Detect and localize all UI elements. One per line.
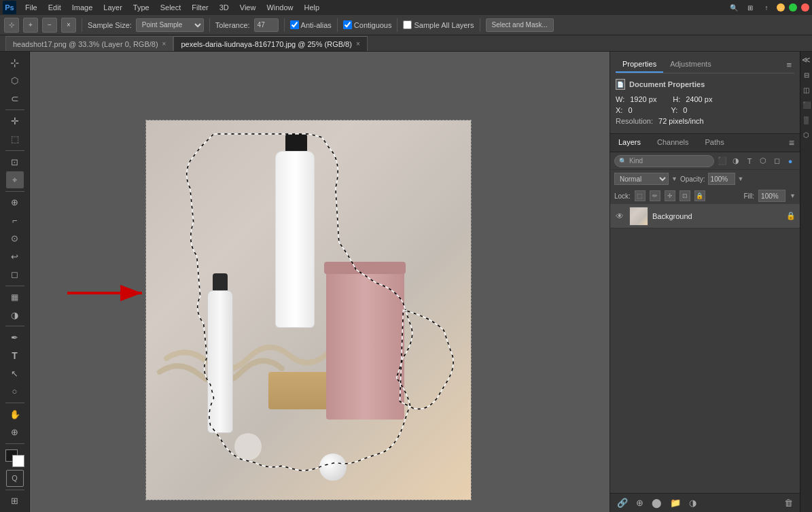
blend-mode-select[interactable]: Normal bbox=[614, 173, 669, 185]
path-select-btn[interactable]: ↖ bbox=[6, 365, 24, 381]
menu-view[interactable]: View bbox=[235, 2, 261, 13]
layers-tab-layers[interactable]: Layers bbox=[610, 134, 649, 152]
color-icon-btn[interactable]: ◫ bbox=[801, 84, 812, 95]
maximize-btn[interactable] bbox=[789, 3, 797, 12]
blend-mode-chevron[interactable]: ▼ bbox=[671, 175, 677, 182]
layer-visibility-icon[interactable]: 👁 bbox=[614, 211, 625, 222]
screen-mode-btn[interactable]: ⊞ bbox=[6, 492, 24, 509]
fill-chevron[interactable]: ▼ bbox=[790, 192, 796, 199]
filter-shape-btn[interactable]: ⬡ bbox=[758, 156, 769, 167]
wand-intersect-selection[interactable]: × bbox=[61, 18, 76, 33]
zoom-btn[interactable]: ⊕ bbox=[6, 424, 24, 440]
create-adjustment-btn[interactable]: ◑ bbox=[686, 496, 699, 509]
share-btn[interactable]: ↑ bbox=[760, 1, 773, 14]
menu-window[interactable]: Window bbox=[262, 2, 298, 13]
tab-properties[interactable]: Properties bbox=[616, 57, 663, 73]
opacity-chevron[interactable]: ▼ bbox=[738, 175, 744, 182]
fill-input[interactable] bbox=[758, 190, 785, 202]
wand-subtract-selection[interactable]: − bbox=[42, 18, 57, 33]
history-btn[interactable]: ↩ bbox=[6, 248, 24, 264]
close-tab-headshot[interactable]: × bbox=[162, 40, 166, 48]
menu-file[interactable]: File bbox=[20, 2, 42, 13]
menu-help[interactable]: Help bbox=[300, 2, 325, 13]
menu-3d[interactable]: 3D bbox=[215, 2, 234, 13]
tab-adjustments[interactable]: Adjustments bbox=[663, 57, 718, 73]
wand-new-selection[interactable]: ⊹ bbox=[4, 18, 19, 33]
close-btn[interactable] bbox=[801, 3, 809, 12]
menu-type[interactable]: Type bbox=[128, 2, 154, 13]
fill-label: Fill: bbox=[744, 192, 755, 200]
hand-btn[interactable]: ✋ bbox=[6, 406, 24, 422]
filter-adjustment-btn[interactable]: ◑ bbox=[730, 156, 741, 167]
anti-alias-label[interactable]: Anti-alias bbox=[290, 20, 332, 29]
pen-btn[interactable]: ✒ bbox=[6, 329, 24, 345]
tolerance-input[interactable] bbox=[254, 18, 279, 32]
y-value: 0 bbox=[683, 106, 687, 114]
canvas-area[interactable]: .marching-ants { fill: none; stroke: #ff… bbox=[30, 52, 610, 512]
heal-btn[interactable]: ⊕ bbox=[6, 194, 24, 211]
anti-alias-checkbox[interactable] bbox=[290, 20, 299, 29]
swatches-icon-btn[interactable]: ⬛ bbox=[801, 99, 812, 110]
add-layer-style-btn[interactable]: ⊕ bbox=[633, 496, 646, 509]
eraser-btn[interactable]: ◻ bbox=[6, 266, 24, 282]
artboard-btn[interactable]: ⬚ bbox=[6, 131, 24, 148]
quick-mask-btn[interactable]: Q bbox=[6, 470, 24, 487]
layer-background[interactable]: 👁 Background 🔒 bbox=[610, 204, 800, 228]
patterns-icon-btn[interactable]: ⬡ bbox=[801, 129, 812, 140]
menu-select[interactable]: Select bbox=[156, 2, 186, 13]
clone-btn[interactable]: ⊙ bbox=[6, 230, 24, 246]
menu-edit[interactable]: Edit bbox=[43, 2, 66, 13]
lasso-btn[interactable]: ⊂ bbox=[6, 90, 24, 107]
wand-add-selection[interactable]: + bbox=[23, 18, 38, 33]
filter-active-btn[interactable]: ● bbox=[785, 156, 796, 167]
select-mask-button[interactable]: Select and Mask... bbox=[486, 18, 554, 32]
layers-tab-paths[interactable]: Paths bbox=[697, 134, 732, 152]
sample-all-label[interactable]: Sample All Layers bbox=[403, 20, 474, 29]
color-swatch[interactable] bbox=[5, 449, 24, 467]
link-layers-btn[interactable]: 🔗 bbox=[614, 496, 631, 509]
type-btn[interactable]: T bbox=[6, 347, 24, 364]
crop-btn[interactable]: ⊡ bbox=[6, 154, 24, 170]
contiguous-label[interactable]: Contiguous bbox=[343, 20, 392, 29]
gradient-btn[interactable]: ▦ bbox=[6, 289, 24, 305]
collapse-prop-btn[interactable]: ≪ bbox=[801, 54, 812, 65]
layers-tab-channels[interactable]: Channels bbox=[649, 134, 696, 152]
filter-type-btn[interactable]: T bbox=[744, 156, 755, 167]
sample-size-select[interactable]: Point Sample bbox=[136, 18, 204, 32]
eyedropper-btn[interactable]: ⌖ bbox=[6, 171, 24, 188]
properties-icon-btn[interactable]: ⊟ bbox=[801, 69, 812, 80]
delete-layer-btn[interactable]: 🗑 bbox=[781, 496, 796, 509]
layers-menu-btn[interactable]: ≡ bbox=[783, 135, 800, 151]
opacity-input[interactable] bbox=[708, 173, 735, 185]
menu-image[interactable]: Image bbox=[67, 2, 98, 13]
selection-tool-btn[interactable]: ⊹ bbox=[6, 54, 24, 71]
create-group-btn[interactable]: 📁 bbox=[667, 496, 684, 509]
search-btn[interactable]: 🔍 bbox=[728, 1, 740, 14]
brush-btn[interactable]: ⌐ bbox=[6, 212, 24, 228]
minimize-btn[interactable]: - bbox=[777, 3, 785, 12]
tab-pexels[interactable]: pexels-daria-liudnaya-8167170.jpg @ 25% … bbox=[173, 36, 367, 51]
close-tab-pexels[interactable]: × bbox=[356, 40, 360, 48]
lock-position-btn[interactable]: ✛ bbox=[665, 190, 675, 201]
lock-artboard-btn[interactable]: ⊡ bbox=[679, 190, 690, 201]
add-mask-btn[interactable]: ⬤ bbox=[649, 496, 665, 509]
lock-transparent-btn[interactable]: ⬚ bbox=[635, 190, 646, 201]
menu-layer[interactable]: Layer bbox=[99, 2, 127, 13]
lock-image-btn[interactable]: ✏ bbox=[650, 190, 660, 201]
properties-menu-icon[interactable]: ≡ bbox=[783, 57, 794, 73]
sample-all-checkbox[interactable] bbox=[403, 20, 412, 29]
background-color[interactable] bbox=[12, 455, 24, 467]
layers-search-box[interactable]: 🔍 Kind bbox=[614, 155, 714, 167]
lock-all-btn[interactable]: 🔒 bbox=[694, 190, 705, 201]
gradients-icon-btn[interactable]: ▒ bbox=[801, 114, 812, 125]
filter-smart-btn[interactable]: ◻ bbox=[771, 156, 782, 167]
menu-filter[interactable]: Filter bbox=[187, 2, 213, 13]
shape-btn[interactable]: ○ bbox=[6, 383, 24, 400]
workspace-btn[interactable]: ⊞ bbox=[744, 1, 756, 14]
tab-headshot[interactable]: headshot17.png @ 33.3% (Layer 0, RGB/8) … bbox=[5, 36, 173, 51]
filter-pixel-btn[interactable]: ⬛ bbox=[717, 156, 728, 167]
quick-selection-btn[interactable]: ⬡ bbox=[6, 72, 24, 88]
move-btn[interactable]: ✛ bbox=[6, 113, 24, 129]
contiguous-checkbox[interactable] bbox=[343, 20, 352, 29]
dodge-btn[interactable]: ◑ bbox=[6, 307, 24, 323]
